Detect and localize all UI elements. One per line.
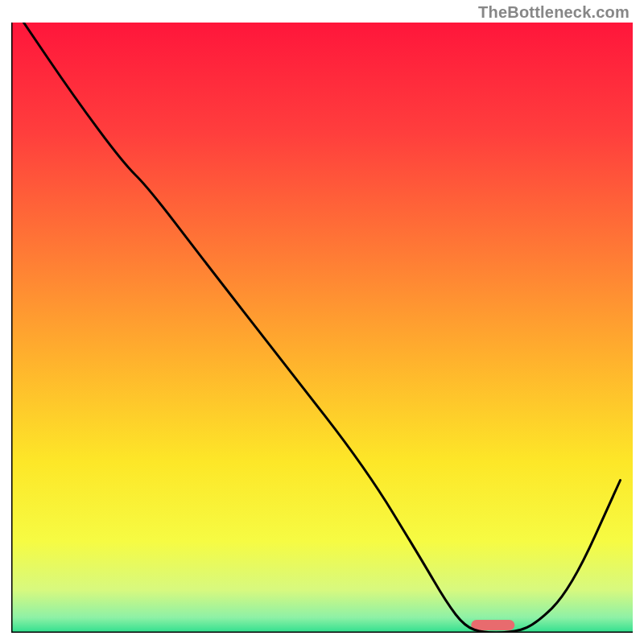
plot-area [11, 23, 633, 633]
optimal-marker [471, 620, 514, 630]
chart-svg [11, 23, 633, 633]
chart-container: TheBottleneck.com [0, 0, 644, 644]
gradient-background [11, 23, 633, 633]
watermark-text: TheBottleneck.com [478, 3, 630, 22]
